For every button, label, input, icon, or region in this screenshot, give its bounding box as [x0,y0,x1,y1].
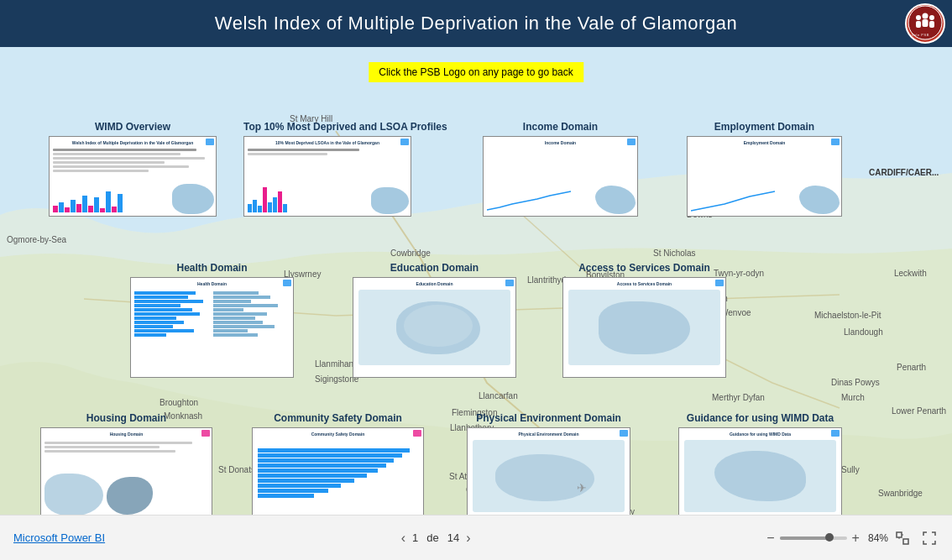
card-top10-deprived[interactable]: Top 10% Most Deprived and LSOA Profiles … [243,121,411,217]
footer: Microsoft Power BI ‹ 1 de 14 › − + 84% [0,515,952,560]
zoom-out-button[interactable]: − [766,531,774,546]
psb-logo-button[interactable]: Vale PSB [905,3,945,44]
svg-point-1 [916,15,921,20]
card-community-label: Community Safety Domain [252,412,424,424]
svg-text:Vale PSB: Vale PSB [912,33,929,37]
card-community-safety[interactable]: Community Safety Domain Community Safety… [252,412,424,515]
card-employment-domain[interactable]: Employment Domain Employment Domain [687,121,842,217]
zoom-percent: 84% [868,532,888,544]
card-access-label: Access to Services Domain [562,262,726,274]
card-wimd-overview[interactable]: WIMD Overview Welsh Index of Multiple De… [49,121,217,217]
card-housing-thumb[interactable]: Housing Domain [40,427,212,515]
page-prev-button[interactable]: ‹ [401,531,405,546]
card-income-domain[interactable]: Income Domain Income Domain [483,121,638,217]
card-guidance-label: Guidance for using WIMD Data [678,412,842,424]
page-separator: de [426,531,438,544]
card-income-thumb[interactable]: Income Domain [483,136,638,217]
fit-page-icon[interactable] [893,529,912,547]
card-education-label: Education Domain [353,262,516,274]
page-current: 1 [412,531,418,544]
card-guidance-thumb[interactable]: Guidance for using WIMD Data [678,427,842,515]
footer-icons [893,529,939,547]
zoom-slider[interactable] [780,536,847,540]
card-guidance-wimd[interactable]: Guidance for using WIMD Data Guidance fo… [678,412,842,515]
card-access-services[interactable]: Access to Services Domain Access to Serv… [562,262,726,378]
card-wimd-overview-label: WIMD Overview [49,121,217,133]
svg-rect-4 [923,19,928,27]
psb-logo-image: Vale PSB [907,4,944,43]
svg-rect-11 [903,539,908,544]
page-header: Welsh Index of Multiple Deprivation in t… [0,0,952,47]
card-physical-environment[interactable]: Physical Environment Domain Physical Env… [467,412,630,515]
card-health-domain[interactable]: Health Domain Health Domain [130,262,294,378]
map-container: St Mary Hill Cowbridge Llyswrney Llandou… [0,47,952,515]
card-community-thumb[interactable]: Community Safety Domain [252,427,424,515]
card-access-thumb[interactable]: Access to Services Domain [562,277,726,378]
pagination: ‹ 1 de 14 › [401,531,471,546]
page-total: 14 [447,531,459,544]
card-physical-thumb[interactable]: Physical Environment Domain ✈ [467,427,630,515]
card-housing-label: Housing Domain [40,412,212,424]
svg-point-3 [923,13,928,18]
powerbi-link[interactable]: Microsoft Power BI [13,531,105,544]
svg-rect-10 [897,532,902,537]
zoom-in-button[interactable]: + [852,531,860,546]
card-wimd-overview-thumb[interactable]: Welsh Index of Multiple Deprivation in t… [49,136,217,217]
svg-rect-6 [929,21,934,28]
svg-rect-2 [916,21,921,28]
card-housing-domain[interactable]: Housing Domain Housing Domain [40,412,212,515]
page-next-button[interactable]: › [466,531,470,546]
card-top10-thumb[interactable]: 10% Most Deprived LSOAs in the Vale of G… [243,136,411,217]
card-employment-label: Employment Domain [687,121,842,133]
card-physical-label: Physical Environment Domain [467,412,630,424]
page-title: Welsh Index of Multiple Deprivation in t… [215,13,737,34]
svg-point-5 [929,15,934,20]
card-health-label: Health Domain [130,262,294,274]
tooltip-banner: Click the PSB Logo on any page to go bac… [369,62,583,82]
zoom-control: − + 84% [766,529,939,547]
fullscreen-icon[interactable] [920,529,939,547]
card-employment-thumb[interactable]: Employment Domain [687,136,842,217]
card-health-thumb[interactable]: Health Domain [130,277,294,378]
card-education-domain[interactable]: Education Domain Education Domain [353,262,516,378]
card-top10-label: Top 10% Most Deprived and LSOA Profiles [243,121,411,133]
card-income-label: Income Domain [483,121,638,133]
card-education-thumb[interactable]: Education Domain [353,277,516,378]
